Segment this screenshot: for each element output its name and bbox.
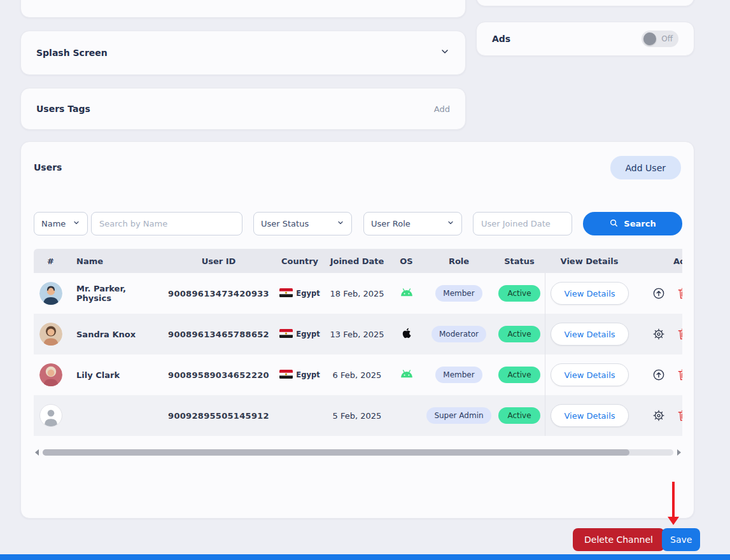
search-by-name-input[interactable]	[91, 212, 242, 235]
add-user-button[interactable]: Add User	[610, 156, 681, 179]
search-button-label: Search	[624, 219, 656, 228]
filter-field-select[interactable]: Name	[34, 212, 88, 235]
partial-card-top-right	[476, 0, 694, 6]
scrollbar-track[interactable]	[43, 449, 673, 456]
user-role-value: User Role	[371, 219, 411, 228]
add-tag-button[interactable]: Add	[434, 104, 450, 114]
avatar	[39, 323, 62, 346]
scrollbar-thumb[interactable]	[43, 449, 629, 456]
scroll-left-arrow-icon[interactable]	[35, 449, 39, 456]
country-name: Egypt	[296, 330, 319, 339]
role-badge: Moderator	[432, 326, 486, 342]
chevron-down-icon	[337, 219, 344, 228]
table-row: Mr. Parker, Physics 90089613473420933 Eg…	[34, 273, 682, 314]
save-button[interactable]: Save	[662, 528, 700, 551]
user-id: 90092895505145912	[168, 411, 269, 421]
users-filter-bar: Name User Status User Role Search	[34, 212, 682, 235]
delete-user-icon[interactable]	[677, 409, 682, 422]
col-header-os: OS	[389, 249, 424, 273]
filter-field-value: Name	[41, 219, 66, 228]
view-details-button[interactable]: View Details	[551, 323, 628, 346]
delete-user-icon[interactable]	[677, 328, 682, 340]
horizontal-scrollbar[interactable]	[35, 449, 681, 456]
country-name: Egypt	[296, 370, 319, 379]
role-badge: Member	[435, 285, 482, 302]
col-header-country: Country	[274, 249, 325, 273]
toggle-knob-icon	[643, 32, 656, 45]
chevron-down-icon	[73, 219, 80, 228]
col-header-user-id: User ID	[163, 249, 274, 273]
country-name: Egypt	[296, 289, 319, 298]
status-badge: Active	[498, 407, 540, 424]
role-badge: Member	[435, 367, 482, 383]
toggle-state-label: Off	[661, 34, 673, 43]
col-header-role: Role	[424, 249, 494, 273]
splash-screen-title: Splash Screen	[36, 48, 108, 58]
user-role-select[interactable]: User Role	[363, 212, 462, 235]
user-id: 90089613465788652	[168, 330, 269, 339]
splash-screen-accordion[interactable]: Splash Screen	[20, 31, 466, 75]
search-icon	[609, 218, 619, 230]
delete-user-icon[interactable]	[677, 287, 682, 300]
col-header-status: Status	[494, 249, 545, 273]
search-button[interactable]: Search	[583, 212, 682, 235]
avatar-placeholder	[39, 404, 62, 427]
promote-icon[interactable]	[652, 368, 665, 381]
joined-date: 6 Feb, 2025	[333, 370, 382, 380]
chevron-down-icon[interactable]	[440, 46, 450, 59]
users-title: Users	[34, 162, 62, 172]
chevron-down-icon	[447, 219, 454, 228]
col-header-actions: Ac	[634, 249, 682, 273]
joined-date: 18 Feb, 2025	[330, 289, 384, 298]
user-name: Mr. Parker, Physics	[76, 284, 163, 303]
ads-title: Ads	[492, 34, 510, 44]
bottom-accent-bar	[0, 554, 730, 560]
user-id: 90089589034652220	[168, 370, 269, 380]
egypt-flag-icon	[279, 288, 293, 299]
col-header-name: Name	[67, 249, 163, 273]
col-header-view-details: View Details	[545, 249, 634, 273]
partial-card-top-left	[20, 0, 466, 18]
table-header-row: # Name User ID Country Joined Date OS Ro…	[34, 249, 682, 273]
avatar	[39, 363, 62, 386]
user-name: Sandra Knox	[76, 330, 136, 339]
view-details-button[interactable]: View Details	[551, 282, 628, 305]
joined-date: 13 Feb, 2025	[330, 330, 384, 339]
delete-channel-button[interactable]: Delete Channel	[573, 528, 664, 551]
promote-icon[interactable]	[652, 287, 665, 300]
status-badge: Active	[498, 285, 540, 302]
annotation-arrowhead-icon	[668, 517, 679, 525]
table-row: Sandra Knox 90089613465788652 Egypt 13 F…	[34, 314, 682, 354]
view-details-button[interactable]: View Details	[551, 363, 628, 386]
table-row: 90092895505145912 5 Feb, 2025 Super Admi…	[34, 395, 682, 436]
users-tags-title: Users Tags	[36, 104, 90, 114]
status-badge: Active	[498, 367, 540, 383]
user-status-select[interactable]: User Status	[253, 212, 352, 235]
user-settings-icon[interactable]	[652, 328, 665, 340]
user-settings-icon[interactable]	[652, 409, 665, 422]
col-header-joined-date: Joined Date	[325, 249, 389, 273]
delete-user-icon[interactable]	[677, 368, 682, 381]
android-icon	[400, 288, 414, 299]
user-joined-date-input[interactable]	[473, 212, 572, 235]
role-badge: Super Admin	[426, 407, 491, 424]
egypt-flag-icon	[279, 370, 293, 381]
user-status-value: User Status	[261, 219, 309, 228]
avatar	[39, 282, 62, 305]
scroll-right-arrow-icon[interactable]	[677, 449, 681, 456]
user-id: 90089613473420933	[168, 289, 269, 298]
status-badge: Active	[498, 326, 540, 342]
annotation-arrow	[672, 482, 675, 518]
ads-toggle[interactable]: Off	[642, 31, 678, 47]
users-card: Users Add User Name User Status User Rol…	[20, 141, 694, 519]
egypt-flag-icon	[279, 329, 293, 340]
users-table: # Name User ID Country Joined Date OS Ro…	[34, 249, 682, 437]
joined-date: 5 Feb, 2025	[333, 411, 382, 421]
table-row: Lily Clark 90089589034652220 Egypt 6 Feb…	[34, 354, 682, 395]
users-tags-card: Users Tags Add	[20, 88, 466, 130]
col-header-index: #	[34, 249, 67, 273]
view-details-button[interactable]: View Details	[551, 404, 628, 427]
ads-card: Ads Off	[476, 22, 694, 56]
user-name: Lily Clark	[76, 370, 120, 380]
apple-icon	[402, 328, 411, 340]
